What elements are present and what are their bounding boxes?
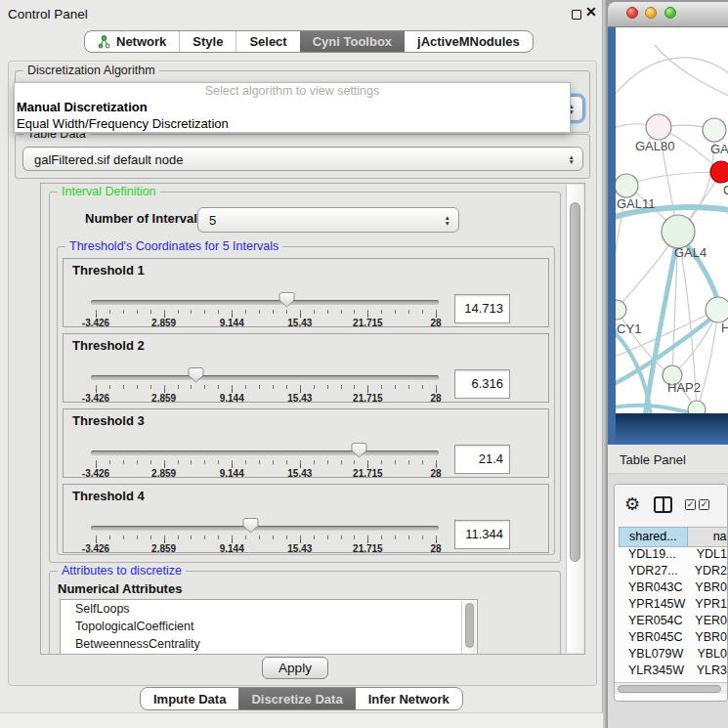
tab-discretize-data[interactable]: Discretize Data — [238, 688, 355, 709]
close-icon[interactable]: ✕ — [585, 4, 597, 20]
list-scrollbar-thumb[interactable] — [465, 603, 474, 648]
number-of-intervals-combobox[interactable]: 5 ▲▼ — [197, 207, 459, 233]
zoom-traffic-light[interactable] — [664, 7, 676, 19]
tick-label: 21.715 — [353, 468, 383, 479]
network-node-h[interactable] — [706, 297, 728, 322]
network-node-label: HAP2 — [667, 380, 701, 395]
slider-track[interactable] — [91, 375, 439, 380]
column-header-shared-name[interactable]: shared... — [619, 527, 688, 547]
network-window-titlebar[interactable] — [608, 2, 728, 27]
tick-label: 28 — [430, 543, 441, 554]
tick-label: 9.144 — [220, 543, 244, 554]
settings-scrollbar-thumb[interactable] — [570, 202, 580, 562]
network-node[interactable] — [688, 401, 706, 413]
gear-icon[interactable]: ⚙ — [624, 493, 640, 515]
table-row[interactable]: YBR043C YBR0 — [615, 580, 727, 597]
group-title: Attributes to discretize — [58, 564, 186, 578]
table-row[interactable]: YPR145W YPR1 — [615, 597, 727, 614]
threshold-2-value-field[interactable]: 6.316 — [454, 369, 510, 399]
threshold-4-panel: Threshold 4 -3.4262.8599.14415.4321.7152… — [63, 484, 549, 553]
tick-label: 28 — [430, 468, 441, 479]
table-row[interactable]: YBR045C YBR0 — [615, 630, 727, 647]
attribute-list-item[interactable]: BetweennessCentrality — [61, 635, 477, 653]
slider-track[interactable] — [91, 450, 439, 455]
network-node-gal11[interactable] — [616, 174, 638, 197]
screen: Control Panel ✕ Network Style Select — [0, 0, 728, 728]
column-header-name[interactable]: na — [688, 527, 728, 547]
checkbox-checked-icon[interactable]: ✓ — [685, 499, 696, 510]
table-toolbar: ⚙ ✓ ✓ — [615, 485, 727, 527]
network-node-c[interactable] — [710, 161, 728, 183]
tick-label: 9.144 — [220, 318, 244, 328]
table-horizontal-scrollbar[interactable] — [615, 682, 727, 694]
minor-ticks — [96, 310, 438, 314]
tick-labels: -3.4262.8599.14415.4321.71528 — [96, 393, 436, 405]
tick-label: 28 — [430, 393, 441, 404]
tick-label: 15.43 — [287, 393, 312, 404]
close-traffic-light[interactable] — [626, 7, 638, 19]
algorithm-dropdown-popup: Select algorithm to view settings Manual… — [14, 82, 571, 133]
number-of-intervals-label: Number of Intervals — [85, 211, 204, 226]
table-horizontal-scrollbar-thumb[interactable] — [618, 685, 721, 693]
cyni-toolbox-panel: Discretization Algorithm ▲▼ Select algor… — [8, 61, 597, 686]
tick-label: 21.715 — [353, 318, 383, 328]
table-row[interactable]: YDL19... YDL1 — [615, 547, 727, 564]
table-row[interactable]: YBL079W YBL0 — [615, 647, 727, 664]
threshold-3-value-field[interactable]: 21.4 — [454, 445, 510, 474]
threshold-1-panel: Threshold 1 -3.4262.8599.14415.4321.7152… — [63, 258, 549, 327]
attribute-list-item[interactable]: SelfLoops — [61, 600, 477, 618]
dropdown-option-equal-width-frequency[interactable]: Equal Width/Frequency Discretization — [15, 116, 570, 133]
group-title: Discretization Algorithm — [23, 64, 159, 77]
attribute-list-item[interactable]: TopologicalCoefficient — [61, 618, 477, 635]
dropdown-option-manual-discretization[interactable]: Manual Discretization — [15, 100, 570, 116]
table-row[interactable]: YER054C YER0 — [615, 614, 727, 630]
slider-thumb[interactable] — [242, 517, 259, 534]
network-node-label: H — [721, 321, 728, 335]
network-node-ga[interactable] — [703, 118, 726, 142]
network-node-gcy1[interactable] — [616, 300, 626, 320]
minor-ticks — [96, 535, 438, 539]
node-table: ⚙ ✓ ✓ shared... na YDL19... YDL1 YDR27..… — [614, 484, 728, 702]
apply-button[interactable]: Apply — [262, 657, 328, 679]
tab-cyni-toolbox[interactable]: Cyni Toolbox — [300, 31, 405, 52]
tab-label: Network — [116, 31, 166, 52]
network-node-label: GA — [710, 142, 728, 156]
settings-scrollbar[interactable] — [566, 185, 583, 653]
threshold-1-value-field[interactable]: 14.713 — [454, 294, 510, 323]
split-pane-icon[interactable] — [654, 496, 672, 513]
network-window-bottom-frame — [616, 413, 728, 445]
numerical-attributes-label: Numerical Attributes — [58, 581, 182, 596]
tick-label: 15.43 — [287, 318, 312, 328]
network-node-gal80[interactable] — [646, 114, 671, 140]
tick-label: 28 — [430, 318, 441, 328]
table-panel-title: Table Panel — [620, 452, 686, 467]
stepper-icon: ▲▼ — [445, 215, 450, 226]
threshold-4-value-field[interactable]: 11.344 — [454, 520, 510, 549]
tab-infer-network[interactable]: Infer Network — [356, 688, 462, 709]
tick-label: -3.426 — [82, 543, 109, 554]
network-canvas[interactable]: GAL80GACGAL11GAL4GCY1HHAP2 — [616, 27, 728, 413]
minimize-traffic-light[interactable] — [645, 7, 657, 19]
slider-thumb[interactable] — [188, 366, 204, 383]
tab-network[interactable]: Network — [85, 31, 179, 52]
list-scrollbar[interactable] — [461, 601, 476, 655]
undock-icon[interactable] — [572, 10, 581, 20]
tab-jactivemnodules[interactable]: jActiveMNodules — [405, 31, 533, 52]
network-node-gal4[interactable] — [662, 215, 695, 248]
checkbox-checked-icon[interactable]: ✓ — [699, 499, 709, 510]
network-view-window: GAL80GACGAL11GAL4GCY1HHAP2 — [608, 2, 728, 445]
table-row[interactable]: YDR27... YDR2 — [615, 564, 727, 580]
slider-thumb[interactable] — [278, 291, 295, 308]
tab-select[interactable]: Select — [236, 31, 299, 52]
tab-impute-data[interactable]: Impute Data — [141, 688, 238, 709]
table-data-combobox[interactable]: galFiltered.sif default node ▲▼ — [22, 147, 583, 171]
tab-style[interactable]: Style — [179, 31, 236, 52]
slider-thumb[interactable] — [351, 442, 367, 458]
group-title: Interval Definition — [58, 185, 160, 198]
tick-label: 15.43 — [287, 543, 312, 554]
slider-track[interactable] — [91, 526, 439, 531]
tick-label: 2.859 — [151, 543, 176, 554]
slider-track[interactable] — [91, 300, 439, 305]
minor-ticks — [96, 460, 438, 464]
table-row[interactable]: YLR345W YLR3 — [615, 664, 727, 680]
